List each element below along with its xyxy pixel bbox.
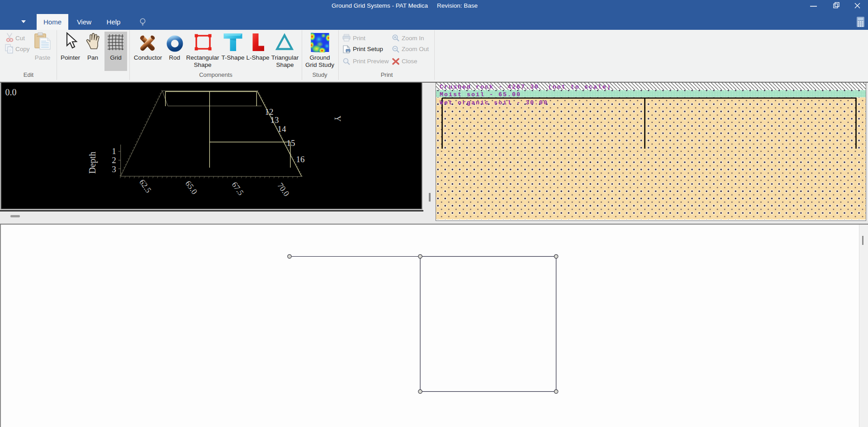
svg-text:15: 15 [287,138,295,148]
svg-text:3: 3 [112,164,116,174]
svg-text:70.0: 70.0 [275,181,291,198]
svg-text:Wet organic soil - 30.00: Wet organic soil - 30.00 [440,99,548,106]
svg-text:2: 2 [112,155,116,165]
svg-text:14: 14 [278,124,287,134]
svg-text:0.0: 0.0 [5,87,17,97]
svg-text:62.5: 62.5 [138,178,153,194]
svg-text:13: 13 [270,115,279,125]
svg-text:65.0: 65.0 [184,179,199,196]
svg-text:16: 16 [296,155,305,164]
svg-text:Y: Y [333,116,342,122]
svg-text:Moist soil - 65.00: Moist soil - 65.00 [440,91,521,98]
svg-text:Depth: Depth [87,152,98,174]
svg-text:67.5: 67.5 [230,180,245,197]
svg-text:1: 1 [112,146,116,156]
svg-text:Crushed rock - 4267.30 (not t: Crushed rock - 4267.30 (not to scale) [440,84,612,90]
